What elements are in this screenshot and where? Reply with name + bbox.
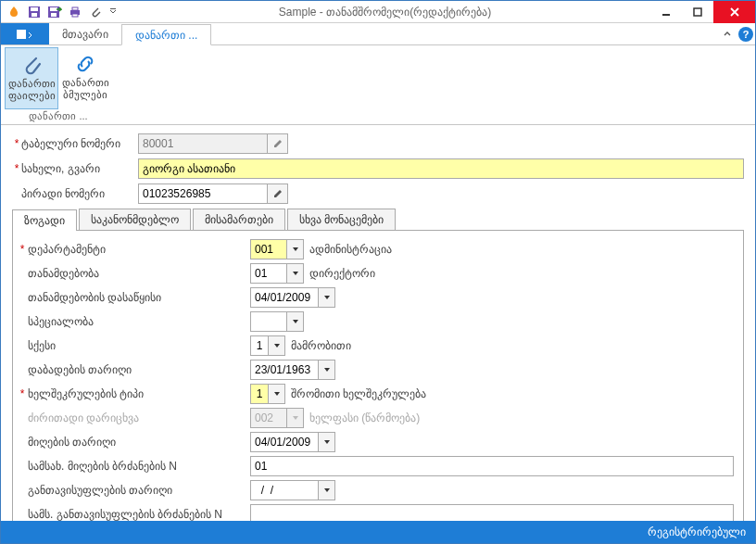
- inner-tab-other[interactable]: სხვა მონაცემები: [287, 209, 396, 230]
- app-menu-button[interactable]: [1, 23, 49, 44]
- save-close-icon[interactable]: [45, 3, 64, 21]
- save-icon[interactable]: [25, 3, 44, 21]
- inner-tab-addresses[interactable]: მისამართები: [193, 209, 285, 230]
- text-department-name: ადმინისტრაცია: [309, 243, 392, 256]
- close-button[interactable]: [713, 1, 755, 23]
- label-main-accrual: ძირითადი დარიცხვა: [28, 411, 250, 424]
- input-position-code[interactable]: [250, 263, 287, 284]
- svg-rect-9: [110, 8, 116, 9]
- svg-rect-4: [50, 7, 57, 11]
- required-marker: *: [12, 137, 21, 150]
- input-position-start[interactable]: [250, 287, 319, 308]
- edit-personal-id-button[interactable]: [268, 183, 288, 204]
- input-department-code[interactable]: [250, 239, 287, 259]
- inner-tab-legislative[interactable]: საკანონმდებლო: [79, 209, 191, 230]
- svg-rect-1: [31, 7, 38, 11]
- help-icon: ?: [738, 27, 753, 42]
- input-contract-type-code[interactable]: [250, 384, 269, 404]
- qat-dropdown-icon[interactable]: [107, 3, 120, 21]
- required-marker: *: [12, 162, 21, 175]
- input-personal-id[interactable]: [138, 183, 268, 204]
- input-release-order[interactable]: [250, 504, 734, 521]
- svg-rect-10: [662, 14, 670, 16]
- svg-rect-12: [17, 30, 26, 39]
- input-release-date[interactable]: [250, 480, 319, 500]
- window-title: Sample - თანამშრომელი(რედაქტირება): [120, 6, 650, 19]
- label-speciality: სპეციალობა: [28, 315, 250, 328]
- paperclip-icon: [17, 52, 46, 78]
- input-hire-order[interactable]: [250, 456, 734, 476]
- ribbon-btn-label: დანართი ფაილები: [6, 78, 57, 101]
- text-position-name: დირექტორი: [309, 267, 375, 280]
- inner-tab-general[interactable]: ზოგადი: [12, 209, 77, 231]
- label-personal-id: პირადი ნომერი: [21, 187, 138, 200]
- dropdown-sex[interactable]: [269, 335, 285, 356]
- dropdown-release-date[interactable]: [319, 480, 335, 500]
- svg-rect-8: [72, 14, 78, 17]
- label-hire-order: სამსახ. მიღების ბრძანების N: [28, 460, 250, 473]
- dropdown-department[interactable]: [287, 239, 304, 259]
- input-tab-number: [138, 133, 268, 154]
- dropdown-position[interactable]: [287, 263, 304, 284]
- label-tab-number: ტაბელური ნომერი: [21, 137, 138, 150]
- maximize-button[interactable]: [682, 1, 713, 23]
- required-marker: *: [17, 243, 28, 256]
- svg-rect-5: [51, 13, 57, 17]
- label-release-date: განთავისუფლების თარიღი: [28, 484, 250, 497]
- dropdown-hire-date[interactable]: [319, 432, 335, 452]
- dropdown-speciality[interactable]: [287, 311, 304, 332]
- label-contract-type: ხელშეკრულების ტიპი: [28, 387, 250, 400]
- svg-rect-11: [694, 8, 701, 16]
- input-birth[interactable]: [250, 360, 319, 380]
- print-icon[interactable]: [66, 3, 84, 21]
- text-contract-type-name: შრომითი ხელშეკრულება: [291, 387, 426, 400]
- label-department: დეპარტამენტი: [28, 243, 250, 256]
- ribbon-btn-attach-links[interactable]: დანართი ბმულები: [58, 47, 112, 109]
- ribbon-btn-label: დანართი ბმულები: [58, 77, 112, 100]
- text-sex-name: მამრობითი: [291, 339, 351, 352]
- input-main-accrual-code: [250, 408, 287, 428]
- label-birth: დაბადების თარიღი: [28, 363, 250, 376]
- label-sex: სქესი: [28, 339, 250, 352]
- help-button[interactable]: ?: [737, 23, 755, 44]
- edit-tab-number-button[interactable]: [268, 133, 288, 154]
- required-marker: *: [17, 387, 28, 400]
- svg-rect-7: [72, 7, 78, 10]
- svg-rect-2: [32, 13, 37, 17]
- label-position-start: თანამდებობის დასაწყისი: [28, 291, 250, 304]
- minimize-button[interactable]: [650, 1, 682, 23]
- attach-icon[interactable]: [86, 3, 105, 21]
- label-hire-date: მიღების თარიღი: [28, 436, 250, 449]
- label-position: თანამდებობა: [28, 267, 250, 280]
- dropdown-position-start[interactable]: [319, 287, 335, 308]
- ribbon-group-label: დანართი ...: [5, 109, 112, 124]
- ribbon-tab-addon[interactable]: დანართი ...: [121, 24, 211, 45]
- input-name[interactable]: [138, 158, 744, 179]
- input-sex-code[interactable]: [250, 335, 269, 356]
- label-name: სახელი, გვარი: [21, 162, 138, 175]
- status-text: რეგისტრირებული: [648, 525, 746, 538]
- app-icon: [5, 3, 23, 21]
- ribbon-collapse-button[interactable]: [718, 23, 737, 44]
- text-main-accrual-name: ხელფასი (წარმოება): [309, 411, 420, 424]
- dropdown-main-accrual: [287, 408, 304, 428]
- label-release-order: სამს. განთავისუფლების ბრძანების N: [28, 508, 250, 521]
- ribbon-btn-attach-files[interactable]: დანართი ფაილები: [5, 47, 58, 109]
- input-hire-date[interactable]: [250, 432, 319, 452]
- input-speciality[interactable]: [250, 311, 287, 332]
- ribbon-tab-main[interactable]: მთავარი: [49, 23, 121, 44]
- dropdown-birth[interactable]: [319, 360, 335, 380]
- link-icon: [70, 51, 100, 77]
- dropdown-contract-type[interactable]: [269, 384, 285, 404]
